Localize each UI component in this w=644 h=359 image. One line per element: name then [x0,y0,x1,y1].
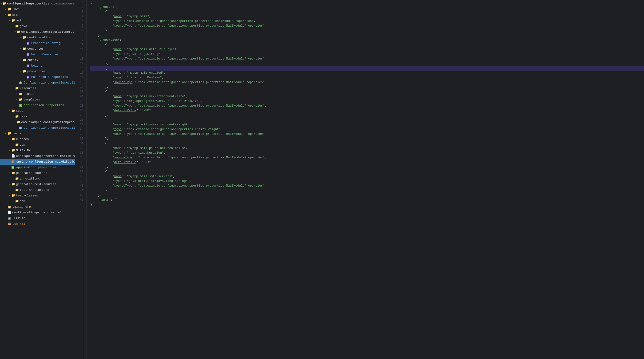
folder-icon-src: 📁 [8,12,11,18]
tree-item-com_example[interactable]: 📁com.example.configurationproperties [0,29,75,35]
kotlin-icon-WeightConverter: C [26,52,30,57]
tree-item-generated_sources[interactable]: 📁generated-sources [0,170,75,176]
tree-item-configurationproperties_kotlin_module[interactable]: 📄configurationproperties.kotlin_module [0,154,75,159]
code-line-36: }, [90,165,644,170]
root-project[interactable]: 📁 configurationproperties ~/Documents/pr… [0,1,75,6]
tree-item-configurationproperties_iml[interactable]: 📄configurationproperties.iml [0,210,75,216]
code-line-29: "sourceType": "com.example.configuration… [90,132,644,136]
xml-icon-pom_xml: XML [8,222,12,226]
label-test: test [16,108,23,114]
tree-item-WeightConverter[interactable]: CWeightConverter [0,52,75,58]
tree-item-test_annotations[interactable]: 📁test-annotations [0,187,75,193]
tree-item-configuration[interactable]: 📁configuration [0,35,75,40]
tree-item-annotations[interactable]: 📁annotations [0,176,75,182]
tree-item-com_test[interactable]: 📁com [0,198,75,204]
tree-item-com_example_test[interactable]: 📁com.example.configurationproperties [0,120,75,125]
code-line-33: "type": "java.time.Duration", [90,150,644,155]
label-properties: properties [27,69,46,74]
tree-item-PropertiesConfig[interactable]: CPropertiesConfig [0,40,75,46]
properties-icon-application_properties: ⚙ [19,103,23,108]
code-line-39: "type": "java.util.List<java.lang.String… [90,179,644,184]
code-line-11: "name": "myapp.mail.default-subject", [90,47,644,52]
tree-item-pom_xml[interactable]: XMLpom.xml [0,221,75,227]
tree-item-ConfigurationpropertiesApplicationTests[interactable]: CConfigurationpropertiesApplicationTests [0,125,75,131]
tree-item-java_test[interactable]: 📁java [0,114,75,120]
line-number-36: 36 [77,165,84,170]
tree-item-application_properties2[interactable]: ⚙application.properties [0,165,75,170]
tree-item-META-INF[interactable]: 📁META-INF [0,148,75,154]
tree-item-spring_configuration_metadata[interactable]: {}spring-configuration-metadata.json [0,159,75,165]
svg-text:MD: MD [8,218,10,219]
label-com_example_test: com.example.configurationproperties [21,120,75,125]
folder-icon-templates: 📁 [19,97,22,102]
svg-text:C: C [27,76,29,78]
label-configuration: configuration [27,35,51,40]
line-number-11: 11 [77,47,84,52]
chevron-properties [19,69,22,74]
tree-item-mvn[interactable]: 📁.mvn [0,6,75,12]
line-number-6: 6 [77,24,84,28]
code-line-12: "type": "java.lang.String", [90,52,644,56]
properties-icon-application_properties2: ⚙ [11,165,15,170]
code-content[interactable]: { "groups": [ { "name": "myapp.mail", "t… [86,0,644,359]
line-number-28: 28 [77,127,84,132]
folder-icon-java_test: 📁 [15,114,19,119]
folder-icon-generated_test_sources: 📁 [11,182,15,187]
tree-item-main[interactable]: 📁main [0,18,75,24]
folder-icon-static: 📁 [19,92,22,97]
label-java: java [20,24,27,29]
label-WeightConverter: WeightConverter [31,52,59,57]
line-number-15: 15 [77,66,84,70]
tree-item-application_properties[interactable]: ⚙application.properties [0,102,75,108]
chevron-generated_sources [8,170,11,176]
tree-item-HELP_md[interactable]: MDHELP.md [0,216,75,221]
line-number-35: 35 [77,160,84,165]
tree-item-test_classes[interactable]: 📁test-classes [0,193,75,198]
tree-item-MailModuleProperties[interactable]: CMailModuleProperties [0,74,75,80]
file-tree[interactable]: 📁 configurationproperties ~/Documents/pr… [0,0,75,359]
tree-item-properties[interactable]: 📁properties [0,69,75,74]
folder-icon-configuration: 📁 [22,35,26,40]
tree-item-static[interactable]: 📁static [0,91,75,97]
code-line-18: "sourceType": "com.example.configuration… [90,80,644,85]
chevron-templates [15,97,19,102]
line-number-40: 40 [77,184,84,188]
line-number-5: 5 [77,19,84,24]
code-line-26: { [90,118,644,122]
folder-icon-generated_sources: 📁 [11,170,15,176]
tree-item-target[interactable]: 📁target [0,131,75,136]
tree-item-test[interactable]: 📁test [0,108,75,114]
tree-item-src[interactable]: 📁src [0,12,75,18]
tree-item-classes[interactable]: 📁classes [0,136,75,142]
tree-item-generated_test_sources[interactable]: 📁generated-test-sources [0,182,75,187]
code-line-27: "name": "myapp.mail.max-attachment-weigh… [90,122,644,127]
svg-text:{}: {} [12,161,14,163]
label-src: src [12,12,18,18]
tree-item-gitignore[interactable]: ◆.gitignore [0,204,75,210]
tree-item-Weight[interactable]: CWeight [0,63,75,69]
line-number-12: 12 [77,52,84,56]
tree-item-java[interactable]: 📁java [0,24,75,29]
tree-item-entity[interactable]: 📁entity [0,58,75,63]
tree-item-templates[interactable]: 📁templates [0,97,75,102]
tree-item-resources[interactable]: 📁resources [0,86,75,91]
code-line-10: { [90,42,644,47]
tree-item-com_classes[interactable]: 📁com [0,142,75,148]
label-resources: resources [20,86,36,91]
line-number-43: 43 [77,198,84,202]
line-numbers: 1234567891011121314151617181920212223242… [75,0,86,359]
line-number-24: 24 [77,108,84,113]
chevron-java_test [11,114,15,119]
code-line-8: ], [90,33,644,38]
code-line-44: } [90,202,644,207]
tree-item-ConfigurationpropertiesApplication[interactable]: SConfigurationpropertiesApplication [0,80,75,86]
label-PropertiesConfig: PropertiesConfig [31,41,61,46]
folder-icon-com_example: 📁 [16,30,20,34]
line-number-9: 9 [77,38,84,42]
tree-item-converter[interactable]: 📁converter [0,46,75,52]
code-line-28: "type": "com.example.configurationproper… [90,127,644,132]
label-META-INF: META-INF [16,148,30,153]
svg-text:⚙: ⚙ [12,167,14,168]
line-number-10: 10 [77,42,84,47]
code-line-19: }, [90,85,644,90]
